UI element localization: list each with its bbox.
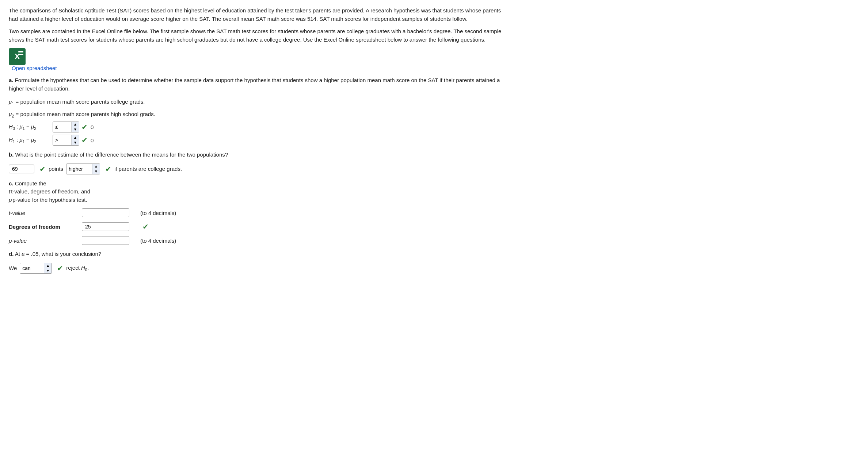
can-spin-arrows[interactable]: ▲ ▼ bbox=[44, 263, 52, 273]
point-estimate-check: ✔ bbox=[39, 165, 46, 173]
excel-lines bbox=[18, 51, 23, 55]
h0-spin-arrows[interactable]: ▲ ▼ bbox=[71, 122, 79, 132]
intro-para1: The comparisons of Scholastic Aptitude T… bbox=[9, 7, 503, 23]
mu2-def-text: = population mean math score parents hig… bbox=[16, 111, 155, 117]
part-c-label: c. bbox=[9, 180, 14, 186]
part-b-question: b. What is the point estimate of the dif… bbox=[9, 151, 503, 159]
direction-check: ✔ bbox=[105, 165, 111, 173]
direction-spin-arrows[interactable]: ▲ ▼ bbox=[92, 164, 100, 174]
can-spin-down[interactable]: ▼ bbox=[44, 268, 52, 273]
h1-select-input[interactable] bbox=[53, 136, 71, 144]
mu2-definition: μ2 = population mean math score parents … bbox=[9, 109, 503, 120]
excel-icon-wrap: X bbox=[9, 48, 26, 65]
part-d-section: d. At a = .05, what is your conclusion? … bbox=[9, 250, 503, 274]
df-label: Degrees of freedom bbox=[9, 224, 82, 230]
mu1-symbol: μ1 bbox=[9, 99, 14, 105]
part-b-question-text: What is the point estimate of the differ… bbox=[15, 151, 228, 158]
part-a-section: a. Formulate the hypotheses that can be … bbox=[9, 76, 503, 146]
mu1-definition: μ1 = population mean math score parents … bbox=[9, 97, 503, 107]
point-estimate-input[interactable] bbox=[9, 165, 34, 173]
h1-select-wrap[interactable]: ▲ ▼ bbox=[53, 135, 79, 146]
p-value-input[interactable] bbox=[82, 236, 129, 245]
excel-icon: X bbox=[9, 48, 26, 65]
h1-spin-up[interactable]: ▲ bbox=[72, 135, 79, 140]
we-label: We bbox=[9, 265, 17, 271]
h1-spin-arrows[interactable]: ▲ ▼ bbox=[71, 135, 79, 145]
part-d-question: d. At a = .05, what is your conclusion? bbox=[9, 250, 503, 258]
h0-row: H0 : μ1 − μ2 ▲ ▼ ✔ 0 bbox=[9, 122, 503, 132]
part-c-table: t-value (to 4 decimals) Degrees of freed… bbox=[9, 208, 503, 245]
part-c-line1: Compute the bbox=[15, 180, 46, 186]
part-c-line3: pp-value for the hypothesis test. bbox=[9, 197, 87, 203]
part-d-label: d. bbox=[9, 251, 14, 257]
h1-spin-down[interactable]: ▼ bbox=[72, 140, 79, 145]
can-input[interactable] bbox=[20, 264, 44, 272]
open-spreadsheet-link[interactable]: Open spreadsheet bbox=[12, 65, 57, 71]
h0-check-icon: ✔ bbox=[81, 123, 88, 131]
part-c-intro: c. Compute the tt-value, degrees of free… bbox=[9, 180, 503, 204]
excel-block: X Open spreadsheet bbox=[9, 48, 503, 71]
direction-spin-down[interactable]: ▼ bbox=[92, 169, 100, 174]
h0-zero: 0 bbox=[91, 124, 94, 130]
part-b-answer-row: ✔ points ▲ ▼ ✔ if parents are college gr… bbox=[9, 163, 503, 174]
p-value-label: p-value bbox=[9, 238, 82, 244]
can-check-icon: ✔ bbox=[57, 264, 63, 273]
h0-spin-up[interactable]: ▲ bbox=[72, 122, 79, 127]
excel-line1 bbox=[18, 51, 23, 52]
p-value-note: (to 4 decimals) bbox=[140, 238, 503, 244]
part-a-question: a. Formulate the hypotheses that can be … bbox=[9, 76, 503, 93]
points-label: points bbox=[49, 166, 63, 172]
excel-line2 bbox=[18, 53, 23, 53]
part-d-answer-row: We ▲ ▼ ✔ reject H0. bbox=[9, 263, 503, 274]
t-value-note: (to 4 decimals) bbox=[140, 210, 503, 216]
intro-para2: Two samples are contained in the Excel O… bbox=[9, 27, 503, 44]
part-b-section: b. What is the point estimate of the dif… bbox=[9, 151, 503, 174]
can-spin-up[interactable]: ▲ bbox=[44, 263, 52, 268]
h0-select-wrap[interactable]: ▲ ▼ bbox=[53, 122, 79, 132]
direction-spin-up[interactable]: ▲ bbox=[92, 164, 100, 169]
direction-select-wrap[interactable]: ▲ ▼ bbox=[66, 163, 100, 174]
df-input[interactable] bbox=[82, 222, 129, 231]
mu2-symbol: μ2 bbox=[9, 111, 14, 117]
part-a-label: a. bbox=[9, 77, 14, 83]
h0-spin-down[interactable]: ▼ bbox=[72, 127, 79, 132]
can-select-wrap[interactable]: ▲ ▼ bbox=[20, 263, 52, 274]
excel-line3 bbox=[18, 54, 23, 55]
reject-text: reject H0. bbox=[66, 265, 89, 272]
h1-label: H1 : μ1 − μ2 bbox=[9, 136, 53, 144]
mu1-def-text: = population mean math score parents col… bbox=[16, 99, 145, 105]
part-c-section: c. Compute the tt-value, degrees of free… bbox=[9, 180, 503, 245]
part-a-question-text: Formulate the hypotheses that can be use… bbox=[9, 77, 500, 92]
direction-input[interactable] bbox=[66, 165, 92, 173]
t-value-label: t-value bbox=[9, 210, 82, 216]
h0-label: H0 : μ1 − μ2 bbox=[9, 123, 53, 131]
t-value-input[interactable] bbox=[82, 208, 129, 217]
part-b-label: b. bbox=[9, 151, 14, 158]
h1-check-icon: ✔ bbox=[81, 136, 88, 145]
part-b-suffix: if parents are college grads. bbox=[114, 166, 182, 172]
h1-zero: 0 bbox=[91, 137, 94, 143]
df-check-icon: ✔ bbox=[142, 222, 503, 231]
part-c-line2: tt-value, degrees of freedom, and bbox=[9, 188, 90, 195]
part-d-prefix: At a = .05, what is your conclusion? bbox=[15, 251, 101, 257]
h1-row: H1 : μ1 − μ2 ▲ ▼ ✔ 0 bbox=[9, 135, 503, 146]
h0-select-input[interactable] bbox=[53, 123, 71, 131]
